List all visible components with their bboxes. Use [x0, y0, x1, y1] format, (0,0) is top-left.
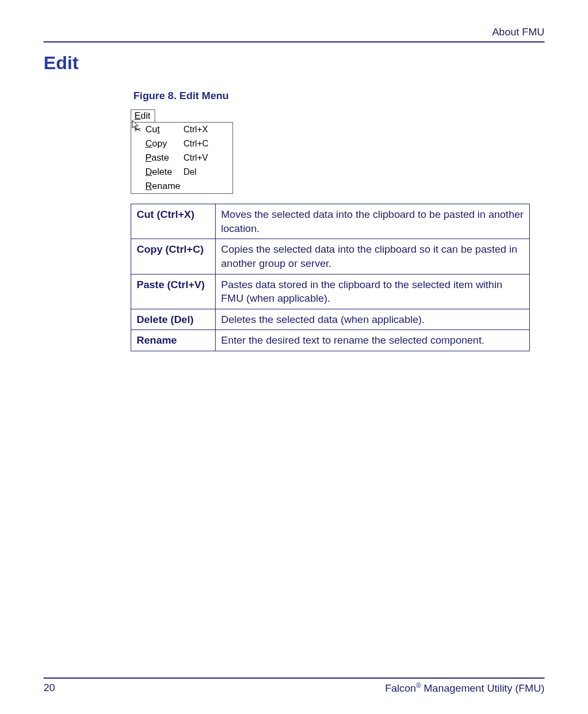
term-copy: Copy (Ctrl+C)	[131, 239, 216, 274]
menu-item-delete-label: Delete	[145, 167, 183, 178]
edit-menu-screenshot: Edit ✂ Cut Ctrl+X Copy Ctrl+C Paste Ctrl…	[131, 109, 234, 194]
product-name: Falcon® Management Utility (FMU)	[385, 682, 544, 694]
term-delete: Delete (Del)	[131, 309, 216, 330]
menu-item-cut-label: Cut	[145, 124, 183, 135]
header-rule	[44, 41, 544, 42]
table-row: Cut (Ctrl+X) Moves the selected data int…	[131, 204, 530, 239]
menu-item-paste-shortcut: Ctrl+V	[183, 153, 227, 163]
menu-item-paste: Paste Ctrl+V	[131, 151, 232, 165]
table-row: Rename Enter the desired text to rename …	[131, 330, 530, 351]
term-rename: Rename	[131, 330, 216, 351]
menu-item-rename-label: Rename	[145, 181, 183, 192]
menubar-edit-accel: E	[134, 111, 140, 121]
table-row: Delete (Del) Deletes the selected data (…	[131, 309, 530, 330]
menu-item-delete-shortcut: Del	[183, 167, 227, 177]
desc-cut: Moves the selected data into the clipboa…	[216, 204, 530, 239]
term-paste: Paste (Ctrl+V)	[131, 274, 216, 309]
menu-item-cut: ✂ Cut Ctrl+X	[131, 123, 232, 137]
page-footer: 20 Falcon® Management Utility (FMU)	[44, 678, 544, 694]
term-cut: Cut (Ctrl+X)	[131, 204, 216, 239]
desc-rename: Enter the desired text to rename the sel…	[216, 330, 530, 351]
footer-rule	[44, 678, 544, 679]
menu-item-cut-shortcut: Ctrl+X	[183, 125, 227, 135]
menu-item-copy-shortcut: Ctrl+C	[183, 139, 227, 149]
menu-item-delete: Delete Del	[131, 165, 232, 179]
figure-caption: Figure 8. Edit Menu	[133, 90, 544, 102]
menubar-edit-tab: Edit	[131, 109, 155, 122]
registered-icon: ®	[416, 682, 421, 689]
menu-item-paste-label: Paste	[145, 152, 183, 163]
edit-menu-description-table: Cut (Ctrl+X) Moves the selected data int…	[131, 204, 530, 351]
menu-item-rename: Rename	[131, 179, 232, 193]
table-row: Copy (Ctrl+C) Copies the selected data i…	[131, 239, 530, 274]
header-section-label: About FMU	[44, 26, 544, 38]
menu-item-copy: Copy Ctrl+C	[131, 137, 232, 151]
edit-dropdown: ✂ Cut Ctrl+X Copy Ctrl+C Paste Ctrl+V De…	[131, 122, 233, 194]
page-number: 20	[44, 682, 55, 694]
desc-copy: Copies the selected data into the clipbo…	[216, 239, 530, 274]
menubar-edit-rest: dit	[140, 111, 150, 121]
desc-delete: Deletes the selected data (when applicab…	[216, 309, 530, 330]
menu-item-copy-label: Copy	[145, 138, 183, 149]
desc-paste: Pastes data stored in the clipboard to t…	[216, 274, 530, 309]
scissors-icon: ✂	[134, 124, 145, 135]
table-row: Paste (Ctrl+V) Pastes data stored in the…	[131, 274, 530, 309]
page-title: Edit	[44, 52, 544, 74]
